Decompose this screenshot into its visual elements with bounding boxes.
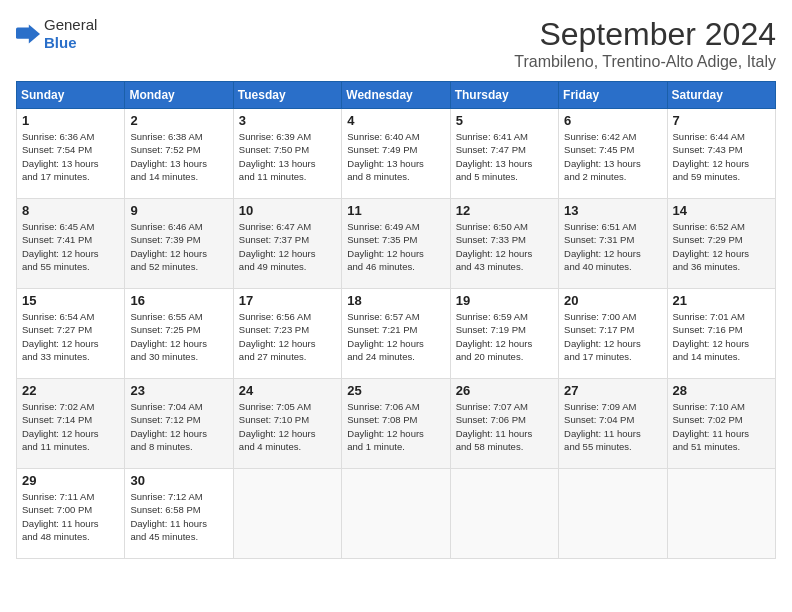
calendar-cell: 30Sunrise: 7:12 AMSunset: 6:58 PMDayligh…	[125, 469, 233, 559]
day-info: Sunrise: 7:09 AMSunset: 7:04 PMDaylight:…	[564, 400, 661, 453]
day-info: Sunrise: 6:40 AMSunset: 7:49 PMDaylight:…	[347, 130, 444, 183]
day-info: Sunrise: 6:52 AMSunset: 7:29 PMDaylight:…	[673, 220, 770, 273]
day-number: 22	[22, 383, 119, 398]
day-info: Sunrise: 7:12 AMSunset: 6:58 PMDaylight:…	[130, 490, 227, 543]
day-info: Sunrise: 6:51 AMSunset: 7:31 PMDaylight:…	[564, 220, 661, 273]
day-number: 15	[22, 293, 119, 308]
calendar-cell: 28Sunrise: 7:10 AMSunset: 7:02 PMDayligh…	[667, 379, 775, 469]
day-info: Sunrise: 7:07 AMSunset: 7:06 PMDaylight:…	[456, 400, 553, 453]
calendar-cell: 2Sunrise: 6:38 AMSunset: 7:52 PMDaylight…	[125, 109, 233, 199]
day-info: Sunrise: 7:11 AMSunset: 7:00 PMDaylight:…	[22, 490, 119, 543]
day-number: 25	[347, 383, 444, 398]
calendar-cell: 14Sunrise: 6:52 AMSunset: 7:29 PMDayligh…	[667, 199, 775, 289]
weekday-header-tuesday: Tuesday	[233, 82, 341, 109]
day-number: 6	[564, 113, 661, 128]
calendar-cell: 18Sunrise: 6:57 AMSunset: 7:21 PMDayligh…	[342, 289, 450, 379]
day-number: 8	[22, 203, 119, 218]
calendar-cell: 1Sunrise: 6:36 AMSunset: 7:54 PMDaylight…	[17, 109, 125, 199]
day-number: 5	[456, 113, 553, 128]
day-number: 21	[673, 293, 770, 308]
day-number: 28	[673, 383, 770, 398]
week-row-5: 29Sunrise: 7:11 AMSunset: 7:00 PMDayligh…	[17, 469, 776, 559]
week-row-1: 1Sunrise: 6:36 AMSunset: 7:54 PMDaylight…	[17, 109, 776, 199]
day-number: 23	[130, 383, 227, 398]
week-row-2: 8Sunrise: 6:45 AMSunset: 7:41 PMDaylight…	[17, 199, 776, 289]
calendar-cell	[450, 469, 558, 559]
day-number: 1	[22, 113, 119, 128]
day-number: 9	[130, 203, 227, 218]
day-info: Sunrise: 6:45 AMSunset: 7:41 PMDaylight:…	[22, 220, 119, 273]
week-row-4: 22Sunrise: 7:02 AMSunset: 7:14 PMDayligh…	[17, 379, 776, 469]
logo-icon	[16, 24, 40, 44]
day-number: 24	[239, 383, 336, 398]
day-info: Sunrise: 6:46 AMSunset: 7:39 PMDaylight:…	[130, 220, 227, 273]
day-number: 14	[673, 203, 770, 218]
day-info: Sunrise: 7:02 AMSunset: 7:14 PMDaylight:…	[22, 400, 119, 453]
day-info: Sunrise: 6:57 AMSunset: 7:21 PMDaylight:…	[347, 310, 444, 363]
calendar-cell: 4Sunrise: 6:40 AMSunset: 7:49 PMDaylight…	[342, 109, 450, 199]
day-info: Sunrise: 6:36 AMSunset: 7:54 PMDaylight:…	[22, 130, 119, 183]
day-number: 29	[22, 473, 119, 488]
day-info: Sunrise: 6:38 AMSunset: 7:52 PMDaylight:…	[130, 130, 227, 183]
day-number: 3	[239, 113, 336, 128]
calendar-cell: 22Sunrise: 7:02 AMSunset: 7:14 PMDayligh…	[17, 379, 125, 469]
day-number: 27	[564, 383, 661, 398]
calendar-cell: 7Sunrise: 6:44 AMSunset: 7:43 PMDaylight…	[667, 109, 775, 199]
location-title: Trambileno, Trentino-Alto Adige, Italy	[514, 53, 776, 71]
calendar-cell: 15Sunrise: 6:54 AMSunset: 7:27 PMDayligh…	[17, 289, 125, 379]
calendar-cell: 20Sunrise: 7:00 AMSunset: 7:17 PMDayligh…	[559, 289, 667, 379]
weekday-header-friday: Friday	[559, 82, 667, 109]
calendar-cell: 25Sunrise: 7:06 AMSunset: 7:08 PMDayligh…	[342, 379, 450, 469]
day-info: Sunrise: 6:44 AMSunset: 7:43 PMDaylight:…	[673, 130, 770, 183]
calendar-cell: 17Sunrise: 6:56 AMSunset: 7:23 PMDayligh…	[233, 289, 341, 379]
day-number: 7	[673, 113, 770, 128]
day-info: Sunrise: 6:56 AMSunset: 7:23 PMDaylight:…	[239, 310, 336, 363]
title-area: September 2024 Trambileno, Trentino-Alto…	[514, 16, 776, 71]
day-number: 20	[564, 293, 661, 308]
day-info: Sunrise: 6:39 AMSunset: 7:50 PMDaylight:…	[239, 130, 336, 183]
month-title: September 2024	[514, 16, 776, 53]
day-info: Sunrise: 7:10 AMSunset: 7:02 PMDaylight:…	[673, 400, 770, 453]
day-info: Sunrise: 6:49 AMSunset: 7:35 PMDaylight:…	[347, 220, 444, 273]
day-number: 4	[347, 113, 444, 128]
logo: General Blue	[16, 16, 97, 52]
calendar-cell: 16Sunrise: 6:55 AMSunset: 7:25 PMDayligh…	[125, 289, 233, 379]
calendar-cell: 8Sunrise: 6:45 AMSunset: 7:41 PMDaylight…	[17, 199, 125, 289]
calendar-cell: 19Sunrise: 6:59 AMSunset: 7:19 PMDayligh…	[450, 289, 558, 379]
day-info: Sunrise: 6:47 AMSunset: 7:37 PMDaylight:…	[239, 220, 336, 273]
day-info: Sunrise: 6:54 AMSunset: 7:27 PMDaylight:…	[22, 310, 119, 363]
calendar-cell	[667, 469, 775, 559]
day-info: Sunrise: 7:04 AMSunset: 7:12 PMDaylight:…	[130, 400, 227, 453]
weekday-header-saturday: Saturday	[667, 82, 775, 109]
calendar-cell: 21Sunrise: 7:01 AMSunset: 7:16 PMDayligh…	[667, 289, 775, 379]
logo-general: General	[44, 16, 97, 33]
logo-blue: Blue	[44, 34, 77, 51]
weekday-header-wednesday: Wednesday	[342, 82, 450, 109]
calendar-cell: 6Sunrise: 6:42 AMSunset: 7:45 PMDaylight…	[559, 109, 667, 199]
calendar-cell: 10Sunrise: 6:47 AMSunset: 7:37 PMDayligh…	[233, 199, 341, 289]
day-number: 16	[130, 293, 227, 308]
svg-marker-1	[29, 24, 40, 43]
day-number: 13	[564, 203, 661, 218]
calendar-cell: 5Sunrise: 6:41 AMSunset: 7:47 PMDaylight…	[450, 109, 558, 199]
calendar-cell: 13Sunrise: 6:51 AMSunset: 7:31 PMDayligh…	[559, 199, 667, 289]
calendar-cell: 12Sunrise: 6:50 AMSunset: 7:33 PMDayligh…	[450, 199, 558, 289]
day-number: 10	[239, 203, 336, 218]
day-info: Sunrise: 7:05 AMSunset: 7:10 PMDaylight:…	[239, 400, 336, 453]
day-number: 17	[239, 293, 336, 308]
calendar-cell	[342, 469, 450, 559]
day-info: Sunrise: 6:59 AMSunset: 7:19 PMDaylight:…	[456, 310, 553, 363]
weekday-header-row: SundayMondayTuesdayWednesdayThursdayFrid…	[17, 82, 776, 109]
weekday-header-sunday: Sunday	[17, 82, 125, 109]
day-number: 2	[130, 113, 227, 128]
calendar-cell: 29Sunrise: 7:11 AMSunset: 7:00 PMDayligh…	[17, 469, 125, 559]
day-number: 19	[456, 293, 553, 308]
weekday-header-thursday: Thursday	[450, 82, 558, 109]
calendar-cell	[559, 469, 667, 559]
day-info: Sunrise: 6:41 AMSunset: 7:47 PMDaylight:…	[456, 130, 553, 183]
day-info: Sunrise: 6:42 AMSunset: 7:45 PMDaylight:…	[564, 130, 661, 183]
weekday-header-monday: Monday	[125, 82, 233, 109]
day-number: 18	[347, 293, 444, 308]
day-info: Sunrise: 7:01 AMSunset: 7:16 PMDaylight:…	[673, 310, 770, 363]
day-number: 26	[456, 383, 553, 398]
